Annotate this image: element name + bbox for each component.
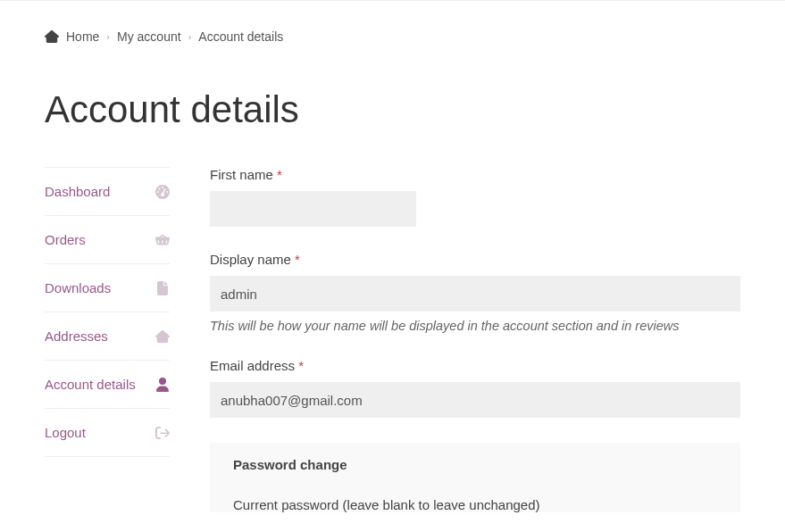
user-icon: [155, 378, 170, 392]
house-icon: [155, 329, 170, 344]
nav-addresses[interactable]: Addresses: [45, 312, 170, 361]
basket-icon: [155, 233, 170, 247]
nav-account-details[interactable]: Account details: [45, 361, 170, 409]
password-change-fieldset: Password change Current password (leave …: [210, 443, 740, 512]
breadcrumb-myaccount[interactable]: My account: [117, 29, 181, 44]
first-name-input[interactable]: [210, 191, 416, 227]
logout-icon: [155, 426, 170, 440]
account-nav: Dashboard Orders Downloads Addresses Acc…: [45, 167, 170, 521]
email-input[interactable]: [210, 382, 740, 418]
nav-label: Account details: [45, 377, 136, 392]
breadcrumb-current: Account details: [198, 29, 283, 44]
email-label: Email address *: [210, 358, 740, 373]
display-name-label: Display name *: [210, 252, 740, 267]
page-title: Account details: [45, 88, 740, 131]
home-icon: [45, 29, 59, 44]
chevron-right-icon: ›: [106, 31, 110, 42]
chevron-right-icon: ›: [188, 31, 192, 42]
nav-dashboard[interactable]: Dashboard: [45, 167, 170, 216]
account-form: First name * Display name * This will be…: [210, 167, 740, 521]
nav-label: Downloads: [45, 280, 111, 295]
current-password-label: Current password (leave blank to leave u…: [233, 497, 717, 512]
breadcrumb-home[interactable]: Home: [66, 29, 99, 44]
dashboard-icon: [155, 185, 170, 199]
nav-logout[interactable]: Logout: [45, 409, 170, 457]
nav-label: Logout: [45, 425, 86, 440]
nav-orders[interactable]: Orders: [45, 216, 170, 264]
nav-label: Addresses: [45, 328, 108, 344]
first-name-label: First name *: [210, 167, 416, 182]
display-name-hint: This will be how your name will be displ…: [210, 319, 740, 333]
nav-downloads[interactable]: Downloads: [45, 264, 170, 312]
password-change-legend: Password change: [210, 443, 371, 478]
display-name-input[interactable]: [210, 276, 740, 312]
breadcrumb: Home › My account › Account details: [45, 10, 740, 88]
file-icon: [155, 281, 170, 295]
nav-label: Dashboard: [45, 184, 110, 199]
nav-label: Orders: [45, 232, 86, 247]
